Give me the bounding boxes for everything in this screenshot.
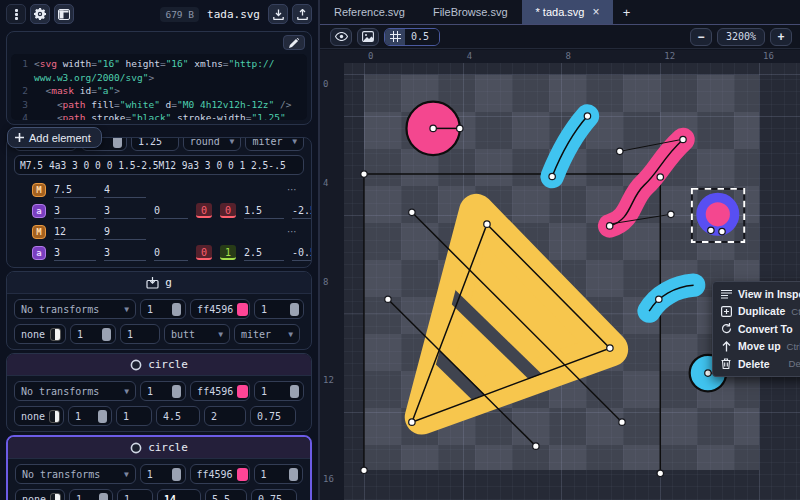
opacity-slider-thumb[interactable] xyxy=(289,468,298,481)
coordinate-field[interactable]: -2.5 xyxy=(292,203,312,219)
selected-circle-element[interactable] xyxy=(701,198,735,232)
upload-button[interactable] xyxy=(292,4,312,24)
fill-color-field[interactable]: ff4596 xyxy=(190,299,250,319)
row-menu-icon[interactable]: ⋯ xyxy=(287,184,298,195)
control-point-dot[interactable] xyxy=(668,211,674,217)
none-swatch[interactable] xyxy=(50,493,61,500)
fill-opacity-field[interactable]: 1 xyxy=(254,299,304,319)
coordinate-field[interactable]: 12 xyxy=(54,224,96,240)
circle-section-header[interactable]: circle xyxy=(8,437,310,459)
stroke-width-field[interactable]: 1.25 xyxy=(131,137,179,151)
popper-triangle[interactable] xyxy=(386,211,611,480)
fill-color-swatch[interactable] xyxy=(237,385,248,398)
group-section-header[interactable]: g xyxy=(7,272,311,294)
fill-color-swatch[interactable] xyxy=(237,303,248,316)
download-button[interactable] xyxy=(268,4,288,24)
opacity-field[interactable]: 1 xyxy=(140,464,186,484)
coordinate-field[interactable]: 2.5 xyxy=(244,245,284,261)
linejoin-select[interactable]: miter▼ xyxy=(245,137,304,151)
control-point-dot[interactable] xyxy=(680,136,686,142)
control-point-dot[interactable] xyxy=(607,345,613,351)
control-point-dot[interactable] xyxy=(409,209,415,215)
arc-flag-field[interactable]: 0 xyxy=(196,245,212,260)
code-line[interactable]: 1<svg width="16" height="16" xmlns="http… xyxy=(11,57,305,71)
opacity-field[interactable]: 1 xyxy=(140,299,186,319)
r-field[interactable]: 0.75 xyxy=(250,406,296,426)
tab-filebrowse[interactable]: FileBrowse.svg xyxy=(419,0,522,24)
coordinate-field[interactable]: 4 xyxy=(104,182,146,198)
pencil-icon[interactable] xyxy=(283,35,305,50)
menu-item-move-up[interactable]: Move up Ctrl+Up xyxy=(713,338,800,356)
row-menu-icon[interactable]: ⋯ xyxy=(287,226,298,237)
fill-color-swatch[interactable] xyxy=(237,468,248,481)
stroke-width-field[interactable]: 1 xyxy=(117,489,153,500)
zoom-out-button[interactable]: − xyxy=(690,28,712,46)
opacity-slider-thumb[interactable] xyxy=(172,468,181,481)
coordinate-field[interactable]: 9 xyxy=(104,224,146,240)
eye-icon[interactable] xyxy=(330,28,352,46)
command-badge-M[interactable]: M xyxy=(32,183,46,197)
control-point-dot[interactable] xyxy=(705,370,711,376)
control-point-dot[interactable] xyxy=(657,174,663,180)
arc-flag-field[interactable]: 0 xyxy=(196,203,212,218)
coordinate-field[interactable]: 3 xyxy=(104,245,146,261)
control-point-dot[interactable] xyxy=(619,419,625,425)
control-point-dot[interactable] xyxy=(606,223,612,229)
fill-color-field[interactable]: ff4596 xyxy=(190,381,250,401)
canvas-drawing-area[interactable]: View in Inspector Duplicate Ctrl+D Conve… xyxy=(344,63,800,500)
arc-flag-field[interactable]: 0 xyxy=(220,203,236,218)
tab-reference[interactable]: Reference.svg xyxy=(320,0,419,24)
cyan-confetti-curve[interactable] xyxy=(552,116,587,176)
stroke-opacity-field[interactable]: 1 xyxy=(70,324,116,344)
code-line[interactable]: 3 <path fill="white" d="M0 4h12v12h-12z"… xyxy=(11,98,305,112)
kebab-menu-icon[interactable] xyxy=(6,4,26,24)
control-point-dot[interactable] xyxy=(361,171,367,177)
none-swatch[interactable] xyxy=(49,410,60,423)
transform-select[interactable]: No transforms▼ xyxy=(14,381,136,401)
control-point-dot[interactable] xyxy=(657,470,663,476)
grid-size-value[interactable]: 0.5 xyxy=(405,29,439,45)
control-point-dot[interactable] xyxy=(584,113,590,119)
transform-select[interactable]: No transforms▼ xyxy=(15,464,136,484)
control-point-dot[interactable] xyxy=(719,228,725,234)
settings-button[interactable] xyxy=(30,4,50,24)
image-icon[interactable] xyxy=(357,28,379,46)
linecap-select[interactable]: butt▼ xyxy=(164,324,230,344)
control-point-dot[interactable] xyxy=(430,125,436,131)
opacity-slider-thumb[interactable] xyxy=(113,137,122,148)
opacity-field[interactable]: 1 xyxy=(140,381,186,401)
panel-layout-button[interactable] xyxy=(54,4,74,24)
opacity-slider-thumb[interactable] xyxy=(102,328,111,341)
zoom-in-button[interactable]: + xyxy=(770,28,792,46)
fill-opacity-field[interactable]: 1 xyxy=(254,464,303,484)
coordinate-field[interactable]: 0 xyxy=(154,245,188,261)
stroke-opacity-field[interactable]: 1 xyxy=(69,489,113,500)
opacity-slider-thumb[interactable] xyxy=(290,385,299,398)
command-badge-M[interactable]: M xyxy=(32,225,46,239)
opacity-slider-thumb[interactable] xyxy=(290,303,299,316)
stroke-width-field[interactable]: 1 xyxy=(116,406,152,426)
coordinate-field[interactable]: 3 xyxy=(54,203,96,219)
stroke-color-field[interactable]: none xyxy=(15,489,65,500)
grid-icon[interactable] xyxy=(385,29,405,45)
control-point-dot[interactable] xyxy=(385,296,391,302)
tab-tada-active[interactable]: * tada.svg × xyxy=(522,0,614,24)
opacity-slider-thumb[interactable] xyxy=(99,493,108,500)
stroke-width-field[interactable]: 1 xyxy=(120,324,160,344)
cx-field[interactable]: 14 xyxy=(157,489,201,500)
path-data-input[interactable]: M7.5 4a3 3 0 0 0 1.5-2.5M12 9a3 3 0 0 1 … xyxy=(14,155,304,175)
opacity-slider-thumb[interactable] xyxy=(172,385,181,398)
new-tab-button[interactable]: + xyxy=(613,0,639,24)
linecap-select[interactable]: round▼ xyxy=(183,137,242,151)
code-line[interactable]: 4 <path stroke="black" stroke-width="1.2… xyxy=(11,111,305,120)
control-point-dot[interactable] xyxy=(656,296,662,302)
menu-item-duplicate[interactable]: Duplicate Ctrl+D xyxy=(713,303,800,321)
control-point-dot[interactable] xyxy=(361,467,367,473)
r-field[interactable]: 0.75 xyxy=(251,489,297,500)
control-point-dot[interactable] xyxy=(457,125,463,131)
command-badge-a[interactable]: a xyxy=(32,246,46,260)
command-badge-a[interactable]: a xyxy=(32,204,46,218)
coordinate-field[interactable]: 3 xyxy=(54,245,96,261)
coordinate-field[interactable]: -0.5 xyxy=(292,245,312,261)
cy-field[interactable]: 2 xyxy=(204,406,246,426)
